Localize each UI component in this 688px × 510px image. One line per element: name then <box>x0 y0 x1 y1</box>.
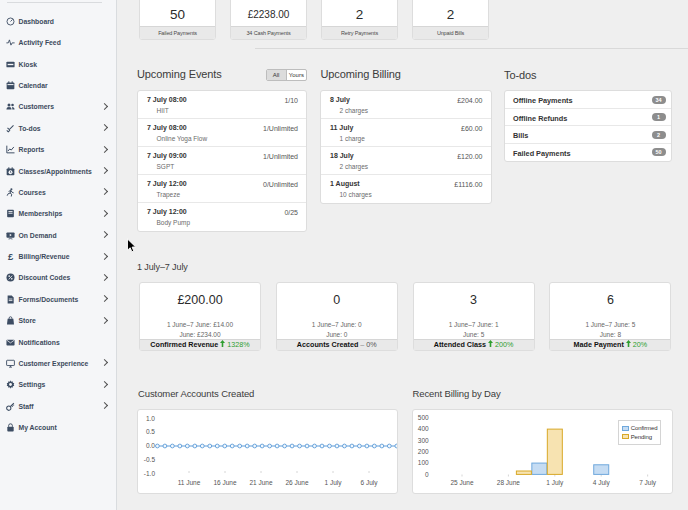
billing-date: 1 August <box>330 180 360 187</box>
chevron-right-icon <box>100 210 107 217</box>
billing-charges: 2 charges <box>340 163 369 170</box>
sidebar-item-forms-documents[interactable]: Forms/Documents <box>0 289 116 310</box>
sidebar-item-label: Dashboard <box>19 18 55 25</box>
svg-text:25 June: 25 June <box>450 479 474 486</box>
ondemand-icon <box>6 231 15 240</box>
sidebar-item-activity-feed[interactable]: Activity Feed <box>0 32 116 53</box>
billing-row[interactable]: 1 August £1116.00 10 charges <box>321 175 491 203</box>
toggle-all-button[interactable]: All <box>267 70 287 80</box>
week-stat-label: Made Payment <box>574 340 624 349</box>
chevron-right-icon <box>100 274 107 281</box>
todo-row[interactable]: Bills 2 <box>505 126 672 144</box>
trend-up-icon <box>488 340 493 347</box>
todo-count-badge: 2 <box>652 131 666 139</box>
trend-flat-icon: – <box>360 340 364 349</box>
week-stat-footer: Confirmed Revenue 1328% <box>140 339 260 350</box>
sidebar-item-customer-experience[interactable]: Customer Experience <box>0 353 116 374</box>
todo-label: Offline Refunds <box>513 114 567 123</box>
upcoming-billing-panel: 8 July £204.00 2 charges11 July £60.00 1… <box>320 90 492 204</box>
chevron-right-icon <box>100 295 107 302</box>
svg-text:400: 400 <box>418 425 429 432</box>
billing-row[interactable]: 11 July £60.00 1 charge <box>321 119 491 147</box>
sidebar-item-label: Billing/Revenue <box>19 253 70 260</box>
event-row[interactable]: 7 July 12:00 0/Unlimited Trapeze <box>138 175 306 203</box>
legend-swatch <box>622 426 629 431</box>
sidebar-item-label: Calendar <box>19 82 48 89</box>
sidebar-item-label: Store <box>19 317 36 324</box>
billing-row[interactable]: 18 July £120.00 2 charges <box>321 147 491 175</box>
week-compare-line1: 1 June–7 June: 1 <box>414 321 534 328</box>
week-stat-card[interactable]: 6 1 June–7 June: 5 June: 8 Made Payment … <box>549 282 671 351</box>
chevron-right-icon <box>100 103 107 110</box>
sidebar-item-classes-appointments[interactable]: Classes/Appointments <box>0 161 116 182</box>
event-time: 7 July 09:00 <box>147 152 187 159</box>
sidebar-item-settings[interactable]: Settings <box>0 374 116 395</box>
toggle-yours-button[interactable]: Yours <box>287 70 306 80</box>
week-stat-label: Attended Class <box>434 340 486 349</box>
stat-value: 2 <box>322 7 397 22</box>
todo-row[interactable]: Offline Refunds 1 <box>505 109 672 127</box>
sidebar-item-label: Notifications <box>19 339 60 346</box>
week-stat-footer: Accounts Created – 0% <box>277 339 397 350</box>
week-stat-card[interactable]: 0 1 June–7 June: 0 June: 0 Accounts Crea… <box>276 282 398 351</box>
sidebar-item-courses[interactable]: Courses <box>0 182 116 203</box>
event-capacity: 0/Unlimited <box>263 181 298 188</box>
top-stat-card[interactable]: £2238.00 34 Cash Payments <box>230 0 307 40</box>
sidebar-item-memberships[interactable]: Memberships <box>0 203 116 224</box>
chevron-right-icon <box>100 381 107 388</box>
stat-label: Failed Payments <box>140 26 215 40</box>
svg-text:6 July: 6 July <box>361 479 379 487</box>
sidebar-item-staff[interactable]: Staff <box>0 396 116 417</box>
event-row[interactable]: 7 July 08:00 1/Unlimited Online Yoga Flo… <box>138 119 306 147</box>
sidebar-item-on-demand[interactable]: On Demand <box>0 225 116 246</box>
sidebar-item-label: Classes/Appointments <box>19 168 92 175</box>
todos-title: To-dos <box>504 69 536 81</box>
chevron-right-icon <box>100 188 107 195</box>
billing-row[interactable]: 8 July £204.00 2 charges <box>321 91 491 119</box>
upcoming-events-panel: 7 July 08:00 1/10 HIIT7 July 08:00 1/Unl… <box>137 90 307 232</box>
event-row[interactable]: 7 July 09:00 1/Unlimited SGPT <box>138 147 306 175</box>
event-name: Body Pump <box>157 219 191 226</box>
week-stat-label: Accounts Created <box>297 340 359 349</box>
legend-label: Confirmed <box>631 425 658 431</box>
week-compare-line2: June: £234.00 <box>140 331 260 338</box>
sidebar-item-label: Staff <box>19 403 34 410</box>
trend-percent: 20% <box>633 340 647 349</box>
week-stat-card[interactable]: 3 1 June–7 June: 1 June: 5 Attended Clas… <box>413 282 535 351</box>
sidebar-item-notifications[interactable]: Notifications <box>0 332 116 353</box>
sidebar-item-store[interactable]: Store <box>0 310 116 331</box>
billing-amount: £60.00 <box>461 125 482 132</box>
week-stat-label: Confirmed Revenue <box>150 340 218 349</box>
sidebar-item-label: Courses <box>19 189 46 196</box>
courses-icon <box>6 188 15 197</box>
week-compare-line1: 1 June–7 June: £14.00 <box>140 321 260 328</box>
sidebar-item-kiosk[interactable]: Kiosk <box>0 54 116 75</box>
event-time: 7 July 12:00 <box>147 180 187 187</box>
sidebar-item-customers[interactable]: Customers <box>0 96 116 117</box>
event-time: 7 July 08:00 <box>147 124 187 131</box>
sidebar-item-dashboard[interactable]: Dashboard <box>0 11 116 32</box>
top-stat-card[interactable]: 50 Failed Payments <box>139 0 216 40</box>
todo-row[interactable]: Offline Payments 34 <box>505 91 672 109</box>
top-stat-card[interactable]: 2 Unpaid Bills <box>412 0 489 40</box>
event-capacity: 1/Unlimited <box>263 125 298 132</box>
week-stat-card[interactable]: £200.00 1 June–7 June: £14.00 June: £234… <box>139 282 261 351</box>
sidebar-item-to-dos[interactable]: To-dos <box>0 118 116 139</box>
sidebar-item-my-account[interactable]: My Account <box>0 417 116 438</box>
sidebar-item-discount-codes[interactable]: Discount Codes <box>0 267 116 288</box>
sidebar-item-calendar[interactable]: Calendar <box>0 75 116 96</box>
stat-value: £2238.00 <box>231 9 306 20</box>
week-stat-value: 3 <box>414 293 534 307</box>
todo-row[interactable]: Failed Payments 50 <box>505 144 672 162</box>
event-row[interactable]: 7 July 08:00 1/10 HIIT <box>138 91 306 119</box>
top-stat-card[interactable]: 2 Retry Payments <box>321 0 398 40</box>
billing-charges: 1 charge <box>340 135 365 142</box>
sidebar-item-billing-revenue[interactable]: £ Billing/Revenue <box>0 246 116 267</box>
billing-charges: 10 charges <box>340 191 372 198</box>
dashboard-screen: Dashboard Activity Feed Kiosk Calendar C… <box>0 0 688 510</box>
event-row[interactable]: 7 July 12:00 0/25 Body Pump <box>138 203 306 231</box>
svg-text:1.0: 1.0 <box>146 415 155 422</box>
sidebar-item-label: Settings <box>19 381 46 388</box>
sidebar: Dashboard Activity Feed Kiosk Calendar C… <box>0 0 117 510</box>
sidebar-item-reports[interactable]: Reports <box>0 139 116 160</box>
